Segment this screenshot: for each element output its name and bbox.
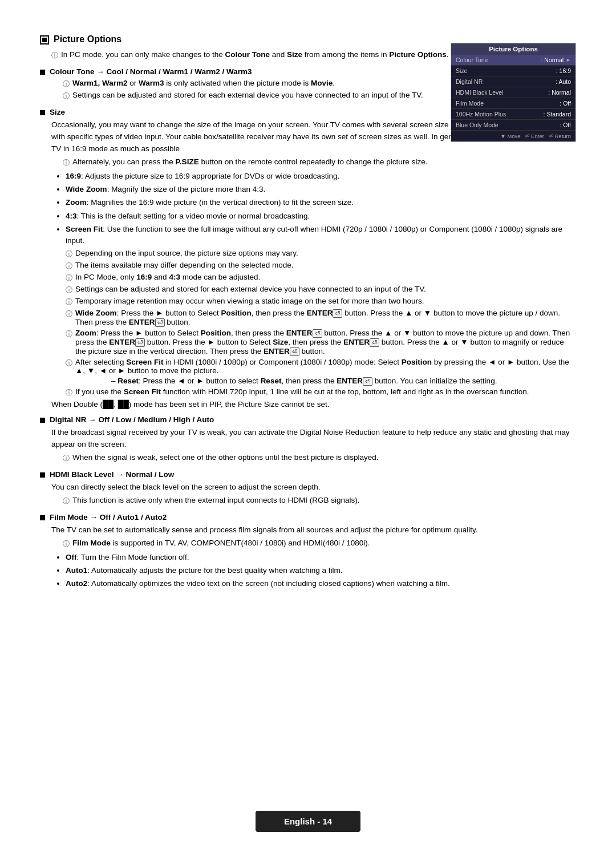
film-mode-body: The TV can be set to automatically sense… bbox=[51, 524, 576, 536]
checkbox-icon bbox=[40, 35, 49, 45]
size-item-widezoom: Wide Zoom: Magnify the size of the pictu… bbox=[66, 184, 576, 195]
po-row-motion-plus: 100Hz Motion Plus : Standard bbox=[451, 109, 576, 120]
size-item-zoom: Zoom: Magnifies the 16:9 wide picture (i… bbox=[66, 197, 576, 208]
film-mode-off: Off: Turn the Film Mode function off. bbox=[66, 552, 576, 563]
size-note-zoom: ⓘ Zoom: Press the ► button to Select Pos… bbox=[66, 329, 576, 356]
film-mode-note: ⓘ Film Mode is supported in TV, AV, COMP… bbox=[63, 539, 576, 549]
size-item-screenfit: Screen Fit: Use the function to see the … bbox=[66, 224, 576, 247]
size-note-4: ⓘ Settings can be adjusted and stored fo… bbox=[66, 285, 576, 295]
note-icon-ct1: ⓘ bbox=[63, 79, 70, 89]
digital-nr-heading: Digital NR → Off / Low / Medium / High /… bbox=[40, 415, 576, 424]
size-notes: ⓘ Depending on the input source, the pic… bbox=[66, 249, 576, 398]
po-footer: ▼ Move ⏎ Enter ⏎ Return bbox=[451, 131, 576, 142]
note-icon-s1: ⓘ bbox=[66, 249, 72, 259]
size-note-1: ⓘ Depending on the input source, the pic… bbox=[66, 249, 576, 259]
po-row-film-mode: Film Mode : Off bbox=[451, 98, 576, 109]
square-bullet-hdmi bbox=[40, 472, 45, 478]
size-item-43: 4:3: This is the default setting for a v… bbox=[66, 211, 576, 222]
note-icon-s5: ⓘ bbox=[66, 297, 72, 307]
hdmi-black-heading: HDMI Black Level → Normal / Low bbox=[40, 470, 576, 479]
note-icon-ct2: ⓘ bbox=[63, 91, 70, 101]
note-icon-psize: ⓘ bbox=[63, 158, 70, 168]
size-note-5: ⓘ Temporary image retention may occur wh… bbox=[66, 297, 576, 307]
note-icon-film: ⓘ bbox=[63, 539, 70, 549]
colour-tone-heading-text: Colour Tone → Cool / Normal / Warm1 / Wa… bbox=[50, 67, 252, 76]
note-icon-wz: ⓘ bbox=[66, 309, 72, 319]
size-psize-note: ⓘ Alternately, you can press the P.SIZE … bbox=[63, 157, 576, 168]
po-row-blue-only: Blue Only Mode : Off bbox=[451, 120, 576, 131]
po-row-colour-tone: Colour Tone : Normal ► bbox=[451, 55, 576, 66]
square-bullet-colour-tone bbox=[40, 70, 45, 75]
hdmi-black-body: You can directly select the black level … bbox=[51, 482, 576, 494]
size-item-169: 16:9: Adjusts the picture size to 16:9 a… bbox=[66, 171, 576, 182]
hdmi-black-note: ⓘ This function is active only when the … bbox=[63, 496, 576, 506]
size-note-720p: ⓘ If you use the Screen Fit function wit… bbox=[66, 387, 576, 398]
film-mode-heading: Film Mode → Off / Auto1 / Auto2 bbox=[40, 513, 576, 521]
square-bullet-dnr bbox=[40, 418, 45, 423]
digital-nr-note: ⓘ When the signal is weak, select one of… bbox=[63, 453, 576, 463]
po-row-digital-nr: Digital NR : Auto bbox=[451, 76, 576, 87]
po-title: Picture Options bbox=[451, 43, 576, 55]
page: Picture Options Colour Tone : Normal ► S… bbox=[0, 0, 616, 849]
digital-nr-heading-text: Digital NR → Off / Low / Medium / High /… bbox=[50, 415, 214, 424]
picture-options-panel: Picture Options Colour Tone : Normal ► S… bbox=[451, 43, 576, 142]
note-icon-s4: ⓘ bbox=[66, 285, 72, 295]
note-icon: ⓘ bbox=[51, 51, 58, 60]
size-reset-dash: – Reset: Press the ◄ or ► button to sele… bbox=[111, 377, 576, 386]
size-note-screenfit: ⓘ After selecting Screen Fit in HDMI (10… bbox=[66, 358, 576, 375]
note-icon-hdmi: ⓘ bbox=[63, 496, 70, 506]
film-mode-auto2: Auto2: Automatically optimizes the video… bbox=[66, 578, 576, 589]
note-icon-sf: ⓘ bbox=[66, 358, 72, 368]
square-bullet-film bbox=[40, 515, 45, 520]
size-bullet-list: 16:9: Adjusts the picture size to 16:9 a… bbox=[66, 171, 576, 247]
digital-nr-body: If the broadcast signal received by your… bbox=[51, 427, 576, 451]
note-icon-s3: ⓘ bbox=[66, 273, 72, 283]
note-icon-720p: ⓘ bbox=[66, 388, 72, 398]
footer-bar: English - 14 bbox=[0, 811, 616, 832]
footer-badge: English - 14 bbox=[256, 811, 360, 832]
note-icon-dnr: ⓘ bbox=[63, 454, 70, 463]
footer-label: English - 14 bbox=[284, 816, 332, 826]
film-mode-auto1: Auto1: Automatically adjusts the picture… bbox=[66, 565, 576, 576]
film-mode-heading-text: Film Mode → Off / Auto1 / Auto2 bbox=[50, 513, 167, 521]
size-heading-text: Size bbox=[50, 108, 65, 116]
section-title-text: Picture Options bbox=[54, 34, 121, 45]
size-note-widezoom: ⓘ Wide Zoom: Press the ► button to Selec… bbox=[66, 309, 576, 327]
po-row-size: Size : 16:9 bbox=[451, 66, 576, 76]
note-icon-zm: ⓘ bbox=[66, 329, 72, 339]
note-icon-s2: ⓘ bbox=[66, 261, 72, 271]
size-note-3: ⓘ In PC Mode, only 16:9 and 4:3 mode can… bbox=[66, 273, 576, 283]
double-mode-note: When Double (██, ██) mode has been set i… bbox=[51, 400, 576, 409]
square-bullet-size bbox=[40, 110, 45, 115]
film-mode-bullet-list: Off: Turn the Film Mode function off. Au… bbox=[66, 552, 576, 590]
size-note-2: ⓘ The items available may differ dependi… bbox=[66, 261, 576, 271]
po-row-hdmi-black: HDMI Black Level : Normal bbox=[451, 87, 576, 98]
hdmi-black-heading-text: HDMI Black Level → Normal / Low bbox=[50, 470, 174, 479]
